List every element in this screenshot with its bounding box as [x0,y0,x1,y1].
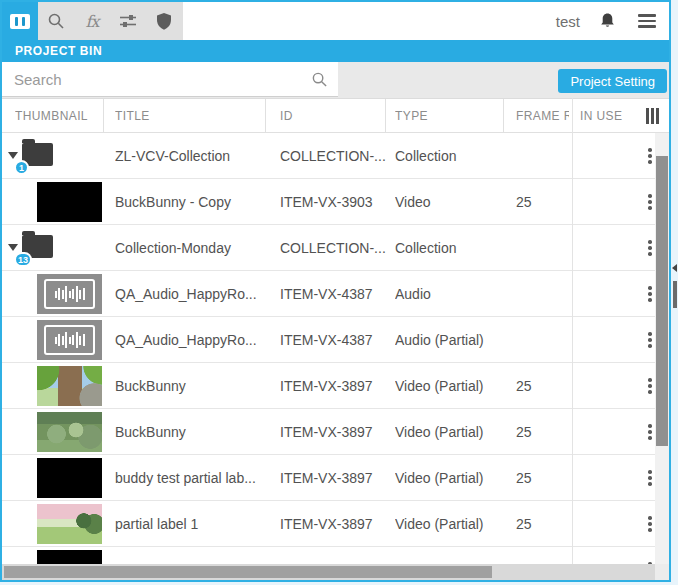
header-in-use: IN USE [580,99,640,132]
search-icon [47,12,65,30]
row-menu-icon[interactable] [645,237,655,259]
panel-header: PROJECT BIN [2,40,669,62]
row-menu-icon[interactable] [645,513,655,535]
scrollbar-corner [655,564,669,580]
gutter-scrollbar-thumb[interactable] [673,281,677,308]
id-cell: COLLECTION-... [280,133,392,178]
id-cell: ITEM-VX-4387 [280,317,392,362]
panel-title: PROJECT BIN [15,44,102,58]
column-settings-icon[interactable] [646,108,659,124]
frame-rate-cell [516,133,568,178]
title-cell: partial label 1 [115,501,275,546]
type-cell: Audio [395,271,513,316]
thumbnail [37,274,102,314]
frame-rate-cell [516,317,568,362]
id-cell: ITEM-VX-3897 [280,363,392,408]
settings-tool-button[interactable] [110,2,146,40]
table-row[interactable]: QA_Syn_SynkBunny... ITEM-VX-3906 Video (… [2,547,655,564]
title-cell: Collection-Monday [115,225,275,270]
user-menu[interactable]: test [556,13,580,30]
effects-icon: fx [86,12,99,31]
effects-tool-button[interactable]: fx [74,2,110,40]
main-menu-icon[interactable] [635,11,659,31]
chevron-down-icon[interactable] [8,244,18,251]
frame-rate-cell: 25 [516,363,568,408]
row-menu-icon[interactable] [645,375,655,397]
right-gutter [671,0,678,585]
id-cell: ITEM-VX-4387 [280,271,392,316]
project-setting-button[interactable]: Project Setting [558,69,667,93]
table-row[interactable]: partial label 1 ITEM-VX-3897 Video (Part… [2,501,655,547]
table-row[interactable]: 1 ZL-VCV-Collection COLLECTION-... Colle… [2,133,655,179]
table-row[interactable]: buddy test partial lab... ITEM-VX-3897 V… [2,455,655,501]
type-cell: Collection [395,133,513,178]
header-divider [385,99,386,134]
thumbnail [37,320,102,360]
id-cell: ITEM-VX-3906 [280,547,392,564]
header-divider [103,99,104,134]
type-cell: Collection [395,225,513,270]
notifications-bell-icon[interactable] [598,12,617,30]
type-cell: Video (Partial) [395,409,513,454]
sliders-icon [119,12,137,30]
title-cell: BuckBunny [115,409,275,454]
table-row[interactable]: BuckBunny ITEM-VX-3897 Video (Partial) 2… [2,409,655,455]
thumbnail [37,550,102,564]
title-cell: ZL-VCV-Collection [115,133,275,178]
table-row[interactable]: BuckBunny ITEM-VX-3897 Video (Partial) 2… [2,363,655,409]
thumbnail [37,504,102,544]
title-cell: QA_Syn_SynkBunny... [115,547,275,564]
row-menu-icon[interactable] [645,329,655,351]
type-cell: Video (S... [395,547,513,564]
table-row[interactable]: BuckBunny - Copy ITEM-VX-3903 Video 25 [2,179,655,225]
header-thumbnail: THUMBNAIL [15,99,100,132]
column-divider [572,98,573,564]
shield-tool-button[interactable] [146,2,182,40]
thumbnail [37,458,102,498]
header-divider [503,99,504,134]
row-menu-icon[interactable] [645,283,655,305]
search-input-icon[interactable] [311,71,328,88]
row-menu-icon[interactable] [645,421,655,443]
search-tool-button[interactable] [38,2,74,40]
type-cell: Video (Partial) [395,455,513,500]
collection-count-badge: 1 [14,160,29,175]
type-cell: Audio (Partial) [395,317,513,362]
id-cell: ITEM-VX-3903 [280,179,392,224]
title-cell: BuckBunny - Copy [115,179,275,224]
vertical-scrollbar-thumb[interactable] [656,156,668,446]
frame-rate-cell: 25 [516,179,568,224]
title-cell: buddy test partial lab... [115,455,275,500]
chevron-down-icon[interactable] [8,152,18,159]
table-body: 1 ZL-VCV-Collection COLLECTION-... Colle… [2,133,655,564]
title-cell: BuckBunny [115,363,275,408]
id-cell: ITEM-VX-3897 [280,455,392,500]
search-box [2,62,338,97]
frame-rate-cell [516,225,568,270]
thumbnail [37,366,102,406]
left-tool-group: fx [2,2,183,40]
header-type: TYPE [395,99,500,132]
horizontal-scrollbar[interactable] [2,564,655,580]
vertical-scrollbar[interactable] [655,133,669,564]
project-bin-icon [10,14,30,29]
title-cell: QA_Audio_HappyRo... [115,271,275,316]
header-title: TITLE [115,99,260,132]
header-id: ID [280,99,380,132]
table-row[interactable]: 13 Collection-Monday COLLECTION-... Coll… [2,225,655,271]
table-row[interactable]: QA_Audio_HappyRo... ITEM-VX-4387 Audio [2,271,655,317]
frame-rate-cell: 25 [516,501,568,546]
horizontal-scrollbar-thumb[interactable] [4,566,492,578]
collapse-arrow-icon[interactable] [672,264,677,272]
project-bin-window: fx test [0,0,671,582]
row-menu-icon[interactable] [645,467,655,489]
header-frame-rate: FRAME R [516,99,569,132]
table-row[interactable]: QA_Audio_HappyRo... ITEM-VX-4387 Audio (… [2,317,655,363]
project-bin-tab[interactable] [2,2,38,40]
row-menu-icon[interactable] [645,191,655,213]
thumbnail [37,182,102,222]
row-menu-icon[interactable] [645,145,655,167]
search-input[interactable] [2,62,338,96]
header-divider [265,99,266,134]
frame-rate-cell: 25 [516,455,568,500]
